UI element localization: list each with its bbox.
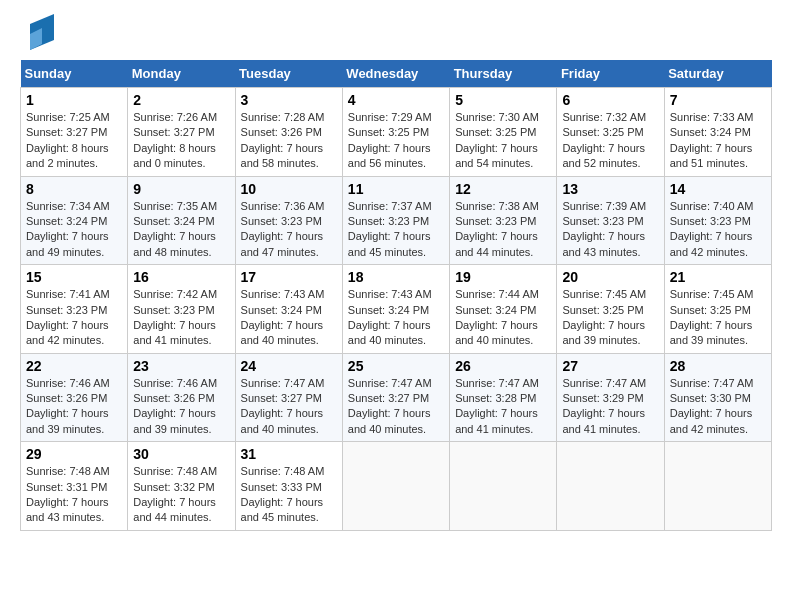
- calendar-cell: 5 Sunrise: 7:30 AM Sunset: 3:25 PM Dayli…: [450, 88, 557, 177]
- daylight: Daylight: 8 hours and 2 minutes.: [26, 142, 109, 169]
- sunset: Sunset: 3:27 PM: [241, 392, 322, 404]
- day-info: Sunrise: 7:37 AM Sunset: 3:23 PM Dayligh…: [348, 199, 444, 261]
- daylight: Daylight: 7 hours and 39 minutes.: [133, 407, 216, 434]
- sunset: Sunset: 3:31 PM: [26, 481, 107, 493]
- day-info: Sunrise: 7:26 AM Sunset: 3:27 PM Dayligh…: [133, 110, 229, 172]
- sunset: Sunset: 3:32 PM: [133, 481, 214, 493]
- day-info: Sunrise: 7:38 AM Sunset: 3:23 PM Dayligh…: [455, 199, 551, 261]
- sunset: Sunset: 3:27 PM: [26, 126, 107, 138]
- day-number: 10: [241, 181, 337, 197]
- day-info: Sunrise: 7:25 AM Sunset: 3:27 PM Dayligh…: [26, 110, 122, 172]
- calendar-cell: 15 Sunrise: 7:41 AM Sunset: 3:23 PM Dayl…: [21, 265, 128, 354]
- day-number: 2: [133, 92, 229, 108]
- sunrise: Sunrise: 7:40 AM: [670, 200, 754, 212]
- day-number: 9: [133, 181, 229, 197]
- weekday-header-row: SundayMondayTuesdayWednesdayThursdayFrid…: [21, 60, 772, 88]
- day-info: Sunrise: 7:41 AM Sunset: 3:23 PM Dayligh…: [26, 287, 122, 349]
- sunset: Sunset: 3:25 PM: [348, 126, 429, 138]
- daylight: Daylight: 7 hours and 48 minutes.: [133, 230, 216, 257]
- daylight: Daylight: 7 hours and 42 minutes.: [26, 319, 109, 346]
- daylight: Daylight: 7 hours and 58 minutes.: [241, 142, 324, 169]
- day-number: 23: [133, 358, 229, 374]
- calendar-cell: [342, 442, 449, 531]
- daylight: Daylight: 7 hours and 39 minutes.: [562, 319, 645, 346]
- sunrise: Sunrise: 7:37 AM: [348, 200, 432, 212]
- sunrise: Sunrise: 7:33 AM: [670, 111, 754, 123]
- sunrise: Sunrise: 7:47 AM: [455, 377, 539, 389]
- weekday-header-monday: Monday: [128, 60, 235, 88]
- day-info: Sunrise: 7:30 AM Sunset: 3:25 PM Dayligh…: [455, 110, 551, 172]
- sunset: Sunset: 3:24 PM: [241, 304, 322, 316]
- sunset: Sunset: 3:24 PM: [26, 215, 107, 227]
- calendar-cell: 4 Sunrise: 7:29 AM Sunset: 3:25 PM Dayli…: [342, 88, 449, 177]
- day-number: 21: [670, 269, 766, 285]
- sunset: Sunset: 3:23 PM: [26, 304, 107, 316]
- sunset: Sunset: 3:23 PM: [455, 215, 536, 227]
- calendar-cell: 24 Sunrise: 7:47 AM Sunset: 3:27 PM Dayl…: [235, 353, 342, 442]
- sunrise: Sunrise: 7:48 AM: [241, 465, 325, 477]
- calendar-cell: 29 Sunrise: 7:48 AM Sunset: 3:31 PM Dayl…: [21, 442, 128, 531]
- week-row-1: 1 Sunrise: 7:25 AM Sunset: 3:27 PM Dayli…: [21, 88, 772, 177]
- sunrise: Sunrise: 7:48 AM: [133, 465, 217, 477]
- calendar-cell: 10 Sunrise: 7:36 AM Sunset: 3:23 PM Dayl…: [235, 176, 342, 265]
- day-number: 30: [133, 446, 229, 462]
- sunrise: Sunrise: 7:39 AM: [562, 200, 646, 212]
- week-row-3: 15 Sunrise: 7:41 AM Sunset: 3:23 PM Dayl…: [21, 265, 772, 354]
- weekday-header-thursday: Thursday: [450, 60, 557, 88]
- day-number: 22: [26, 358, 122, 374]
- sunrise: Sunrise: 7:32 AM: [562, 111, 646, 123]
- day-info: Sunrise: 7:42 AM Sunset: 3:23 PM Dayligh…: [133, 287, 229, 349]
- day-info: Sunrise: 7:36 AM Sunset: 3:23 PM Dayligh…: [241, 199, 337, 261]
- sunset: Sunset: 3:30 PM: [670, 392, 751, 404]
- sunrise: Sunrise: 7:48 AM: [26, 465, 110, 477]
- day-number: 19: [455, 269, 551, 285]
- sunrise: Sunrise: 7:25 AM: [26, 111, 110, 123]
- sunrise: Sunrise: 7:30 AM: [455, 111, 539, 123]
- day-info: Sunrise: 7:47 AM Sunset: 3:27 PM Dayligh…: [241, 376, 337, 438]
- calendar-cell: 27 Sunrise: 7:47 AM Sunset: 3:29 PM Dayl…: [557, 353, 664, 442]
- calendar-cell: 17 Sunrise: 7:43 AM Sunset: 3:24 PM Dayl…: [235, 265, 342, 354]
- calendar-cell: 21 Sunrise: 7:45 AM Sunset: 3:25 PM Dayl…: [664, 265, 771, 354]
- sunset: Sunset: 3:25 PM: [455, 126, 536, 138]
- day-info: Sunrise: 7:43 AM Sunset: 3:24 PM Dayligh…: [241, 287, 337, 349]
- sunrise: Sunrise: 7:28 AM: [241, 111, 325, 123]
- daylight: Daylight: 7 hours and 54 minutes.: [455, 142, 538, 169]
- day-number: 8: [26, 181, 122, 197]
- day-info: Sunrise: 7:28 AM Sunset: 3:26 PM Dayligh…: [241, 110, 337, 172]
- daylight: Daylight: 7 hours and 47 minutes.: [241, 230, 324, 257]
- day-info: Sunrise: 7:35 AM Sunset: 3:24 PM Dayligh…: [133, 199, 229, 261]
- sunrise: Sunrise: 7:45 AM: [562, 288, 646, 300]
- sunset: Sunset: 3:25 PM: [562, 126, 643, 138]
- calendar-cell: 7 Sunrise: 7:33 AM Sunset: 3:24 PM Dayli…: [664, 88, 771, 177]
- calendar-table: SundayMondayTuesdayWednesdayThursdayFrid…: [20, 60, 772, 531]
- daylight: Daylight: 7 hours and 41 minutes.: [133, 319, 216, 346]
- week-row-4: 22 Sunrise: 7:46 AM Sunset: 3:26 PM Dayl…: [21, 353, 772, 442]
- calendar-cell: [450, 442, 557, 531]
- day-info: Sunrise: 7:45 AM Sunset: 3:25 PM Dayligh…: [670, 287, 766, 349]
- daylight: Daylight: 7 hours and 40 minutes.: [348, 407, 431, 434]
- day-number: 28: [670, 358, 766, 374]
- daylight: Daylight: 7 hours and 42 minutes.: [670, 407, 753, 434]
- sunrise: Sunrise: 7:47 AM: [348, 377, 432, 389]
- day-number: 17: [241, 269, 337, 285]
- day-info: Sunrise: 7:47 AM Sunset: 3:27 PM Dayligh…: [348, 376, 444, 438]
- weekday-header-tuesday: Tuesday: [235, 60, 342, 88]
- sunset: Sunset: 3:24 PM: [455, 304, 536, 316]
- calendar-cell: [557, 442, 664, 531]
- daylight: Daylight: 7 hours and 56 minutes.: [348, 142, 431, 169]
- sunrise: Sunrise: 7:46 AM: [133, 377, 217, 389]
- day-info: Sunrise: 7:34 AM Sunset: 3:24 PM Dayligh…: [26, 199, 122, 261]
- sunrise: Sunrise: 7:26 AM: [133, 111, 217, 123]
- calendar-cell: 13 Sunrise: 7:39 AM Sunset: 3:23 PM Dayl…: [557, 176, 664, 265]
- sunset: Sunset: 3:23 PM: [348, 215, 429, 227]
- sunrise: Sunrise: 7:47 AM: [241, 377, 325, 389]
- week-row-5: 29 Sunrise: 7:48 AM Sunset: 3:31 PM Dayl…: [21, 442, 772, 531]
- daylight: Daylight: 7 hours and 51 minutes.: [670, 142, 753, 169]
- sunrise: Sunrise: 7:47 AM: [562, 377, 646, 389]
- sunrise: Sunrise: 7:35 AM: [133, 200, 217, 212]
- sunrise: Sunrise: 7:29 AM: [348, 111, 432, 123]
- sunset: Sunset: 3:23 PM: [241, 215, 322, 227]
- day-number: 3: [241, 92, 337, 108]
- daylight: Daylight: 7 hours and 43 minutes.: [26, 496, 109, 523]
- daylight: Daylight: 7 hours and 45 minutes.: [241, 496, 324, 523]
